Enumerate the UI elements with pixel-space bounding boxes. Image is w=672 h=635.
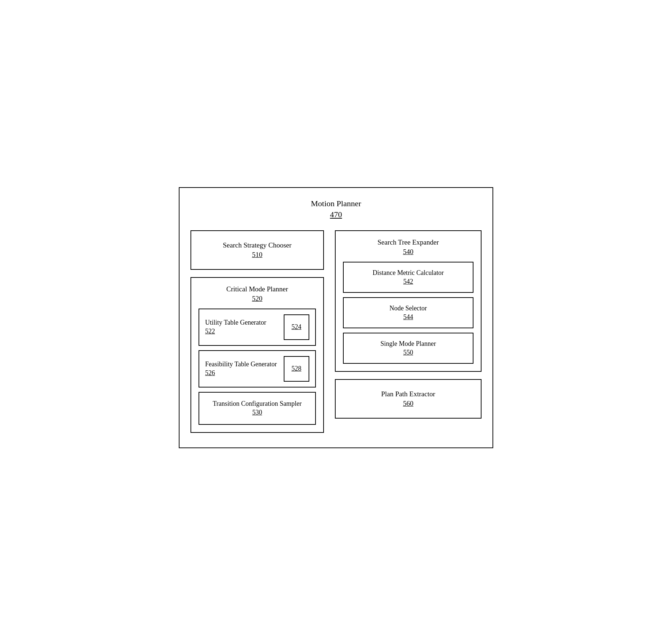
search-strategy-box: Search Strategy Chooser 510 xyxy=(190,230,324,270)
critical-mode-title: Critical Mode Planner xyxy=(226,285,288,293)
transition-config-content: Transition Configuration Sampler 530 xyxy=(213,400,302,416)
utility-table-box: Utility Table Generator 522 524 xyxy=(199,309,316,346)
feasibility-table-small-box: 528 xyxy=(284,356,309,382)
search-tree-title: Search Tree Expander xyxy=(377,238,439,246)
feasibility-table-small-number: 528 xyxy=(291,365,301,373)
critical-mode-header: Critical Mode Planner 520 xyxy=(199,285,316,303)
utility-table-number: 522 xyxy=(205,328,280,335)
critical-mode-number: 520 xyxy=(199,295,316,303)
feasibility-table-box: Feasibility Table Generator 526 528 xyxy=(199,350,316,388)
search-tree-inner-boxes: Distance Metric Calculator 542 Node Sele… xyxy=(343,262,473,364)
distance-metric-box: Distance Metric Calculator 542 xyxy=(343,262,473,293)
search-strategy-number: 510 xyxy=(199,251,316,259)
distance-metric-number: 542 xyxy=(349,278,467,286)
transition-config-box: Transition Configuration Sampler 530 xyxy=(199,392,316,425)
critical-mode-inner-boxes: Utility Table Generator 522 524 Feasibil… xyxy=(199,309,316,425)
node-selector-number: 544 xyxy=(349,313,467,321)
feasibility-table-left: Feasibility Table Generator 526 xyxy=(205,360,280,377)
main-content: Search Strategy Chooser 510 Critical Mod… xyxy=(190,230,482,433)
plan-path-title: Plan Path Extractor xyxy=(381,390,435,398)
node-selector-title: Node Selector xyxy=(389,305,427,312)
feasibility-table-number: 526 xyxy=(205,369,280,377)
node-selector-box: Node Selector 544 xyxy=(343,297,473,328)
utility-table-small-box: 524 xyxy=(284,314,309,340)
utility-table-small-number: 524 xyxy=(291,323,301,331)
feasibility-table-title: Feasibility Table Generator xyxy=(205,360,277,368)
transition-config-number: 530 xyxy=(213,409,302,416)
left-column: Search Strategy Chooser 510 Critical Mod… xyxy=(190,230,324,433)
title-area: Motion Planner 470 xyxy=(190,199,482,219)
plan-path-box: Plan Path Extractor 560 xyxy=(335,379,482,419)
search-tree-box: Search Tree Expander 540 Distance Metric… xyxy=(335,230,482,372)
right-column: Search Tree Expander 540 Distance Metric… xyxy=(335,230,482,419)
distance-metric-title: Distance Metric Calculator xyxy=(373,269,444,276)
diagram-title-number: 470 xyxy=(190,210,482,219)
single-mode-title: Single Mode Planner xyxy=(380,340,436,347)
utility-table-left: Utility Table Generator 522 xyxy=(205,319,280,335)
search-tree-header: Search Tree Expander 540 xyxy=(343,238,473,256)
diagram-container: Motion Planner 470 Search Strategy Choos… xyxy=(179,187,493,448)
critical-mode-box: Critical Mode Planner 520 Utility Table … xyxy=(190,277,324,433)
single-mode-number: 550 xyxy=(349,349,467,356)
search-strategy-title: Search Strategy Chooser xyxy=(223,241,291,249)
plan-path-number: 560 xyxy=(343,400,473,408)
diagram-title: Motion Planner xyxy=(311,199,361,208)
search-tree-number: 540 xyxy=(343,248,473,256)
single-mode-box: Single Mode Planner 550 xyxy=(343,333,473,364)
transition-config-title: Transition Configuration Sampler xyxy=(213,400,302,407)
utility-table-title: Utility Table Generator xyxy=(205,319,266,326)
